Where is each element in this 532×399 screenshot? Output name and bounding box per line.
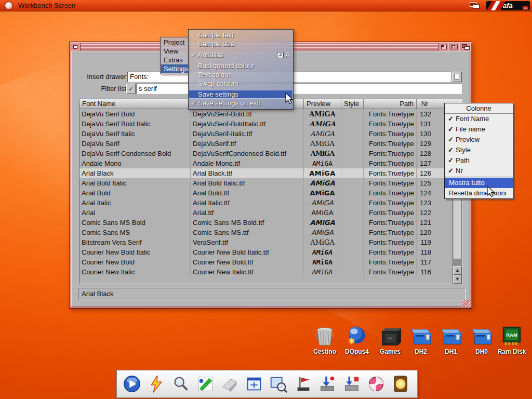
font-name-cell: DejaVu Serif Condensed Bold (79, 149, 191, 158)
table-row-courier-new-bold[interactable]: Courier New BoldCourier New Bold.ttfAMiG… (79, 257, 454, 267)
columns-menu-item-path[interactable]: ✓Path (445, 155, 513, 166)
table-row-arial-italic[interactable]: Arial ItalicArial Italic.ttfAMiGAFonts:T… (79, 198, 454, 208)
table-row-dejavu-serif-condensed-bold[interactable]: DejaVu Serif Condensed BoldDejaVuSerifCo… (79, 149, 454, 158)
menu-item-antialias[interactable]: ✓AntialiasAA (189, 50, 293, 59)
table-row-dejavu-serif-bold-italic[interactable]: DejaVu Serif Bold ItalicDejaVuSerif-Bold… (79, 119, 454, 129)
dock-icon-flash[interactable] (145, 373, 167, 395)
dock-icon-zoom[interactable] (268, 373, 289, 395)
screen-depth-gadget[interactable] (469, 2, 482, 10)
scroll-down-button[interactable]: ▼ (453, 275, 462, 284)
table-row-arial-black[interactable]: Arial BlackArial Black.ttfAMiGAFonts:Tru… (79, 168, 454, 178)
desktop-icon-dh2[interactable]: DH2 (404, 324, 437, 355)
desktop-icon-ram-disk[interactable]: RAMRam Disk (495, 324, 528, 355)
filter-check-gadget[interactable]: ✓ (126, 84, 136, 94)
table-row-andale-mono[interactable]: Andale MonoAndale Mono.ttfAMiGAFonts:Tru… (79, 158, 454, 168)
dock-icon-paint[interactable] (194, 373, 216, 395)
column-header-nr[interactable]: Nr (417, 99, 433, 109)
filter-list-field[interactable]: s serif (136, 84, 462, 94)
path-cell: Fonts:Truetype (364, 198, 417, 208)
columns-menu-item-nr[interactable]: ✓Nr (445, 166, 513, 176)
style-cell (341, 218, 364, 228)
file-name-cell: Arial Bold.ttf (191, 188, 304, 198)
table-row-arial-bold[interactable]: Arial BoldArial Bold.ttfAMiGAFonts:Truet… (79, 188, 454, 198)
table-row-courier-new-italic[interactable]: Courier New ItalicCourier New Italic.ttf… (79, 267, 454, 277)
window-close-gadget[interactable] (71, 43, 81, 51)
table-row-arial-bold-italic[interactable]: Arial Bold ItalicArial Bold Italic.ttfAM… (79, 178, 454, 188)
menu-title-view[interactable]: View (161, 47, 189, 56)
column-header-path[interactable]: Path (364, 99, 417, 109)
scroll-up-button[interactable]: ▲ (453, 266, 462, 275)
columns-menu-item-resetta-dimensioni[interactable]: Resetta dimensioni (445, 188, 513, 198)
preview-cell: AMiGA (304, 208, 341, 218)
path-cell: Fonts:Truetype (364, 267, 417, 277)
dock-icon-window[interactable] (243, 373, 265, 395)
columns-menu-item-preview[interactable]: ✓Preview (445, 135, 513, 145)
preview-cell: AMiGA (304, 267, 341, 277)
column-header-font-name[interactable]: Font Name (79, 99, 191, 109)
column-header-preview[interactable]: Preview (304, 99, 341, 109)
desktop-icon-games[interactable]: Games (374, 324, 407, 355)
table-row-dejavu-serif-italic[interactable]: DejaVu Serif ItalicDejaVuSerif-Italic.tt… (79, 129, 454, 139)
window-zoom-gadget[interactable] (449, 43, 460, 51)
desktop-icon-label: Games (374, 348, 407, 355)
drawer-browse-button[interactable] (452, 72, 462, 82)
table-row-dejavu-serif-bold[interactable]: DejaVu Serif BoldDejaVuSerif-Bold.ttfAMi… (79, 109, 454, 119)
nr-cell: 123 (417, 198, 433, 208)
menu-item-sample-size[interactable]: Sample size (189, 39, 293, 48)
nr-cell: 117 (417, 257, 433, 267)
afa-logo-text: afa (503, 2, 513, 9)
menu-item-save-settings[interactable]: Save settings (189, 90, 293, 99)
menu-group: ✓AntialiasAA (189, 50, 293, 59)
dock-icon-flag[interactable] (292, 373, 314, 395)
dock-icon-wheel[interactable] (365, 373, 387, 395)
table-row-dejavu-serif[interactable]: DejaVu SerifDejaVuSerif.ttfAMiGAFonts:Tr… (79, 139, 454, 149)
desktop-icon-dopus4[interactable]: DOpus4 (340, 324, 374, 355)
menu-item-save-settings-on-exit[interactable]: ✓Save settings on exit (189, 99, 293, 108)
table-row-comic-sans-ms[interactable]: Comic Sans MSComic Sans MS.ttfAMiGAFonts… (79, 228, 454, 237)
desktop-icon-label: DH0 (465, 348, 498, 355)
desktop-icon-dh1[interactable]: DH1 (434, 324, 468, 355)
table-row-courier-new-bold-italic[interactable]: Courier New Bold ItalicCourier New Bold … (79, 247, 454, 257)
menu-title-settings[interactable]: Settings (161, 64, 189, 73)
table-row-bitstream-vera-serif[interactable]: Bitstream Vera SerifVeraSerif.ttfAMiGAFo… (79, 237, 454, 247)
disk-icon (404, 324, 437, 347)
column-header-style[interactable]: Style (341, 99, 364, 109)
trash-icon (308, 324, 341, 347)
columns-menu-items: ✓Font Name✓File name✓Preview✓Style✓Path✓… (445, 114, 513, 176)
menu-title-project[interactable]: Project (161, 38, 189, 47)
columns-menu-item-font-name[interactable]: ✓Font Name (445, 114, 513, 124)
screen-gadget[interactable] (5, 2, 13, 10)
table-row-arial[interactable]: ArialArial.ttfAMiGAFonts:Truetype122 (79, 208, 454, 218)
columns-menu-item-style[interactable]: ✓Style (445, 145, 513, 155)
table-row-comic-sans-ms-bold[interactable]: Comic Sans MS BoldComic Sans MS Bold.ttf… (79, 218, 454, 228)
nr-cell: 118 (417, 247, 433, 257)
window-iconify-gadget[interactable] (438, 43, 449, 51)
dock-icon-install[interactable] (341, 373, 363, 395)
menu-item-sample-text[interactable]: Sample text (189, 31, 293, 39)
sphere-icon (340, 324, 374, 347)
menu-item-text-colour[interactable]: Text colour (189, 70, 293, 79)
preview-cell: AMiGA (304, 247, 341, 257)
file-name-cell: DejaVuSerifCondensed-Bold.ttf (191, 149, 304, 158)
columns-menu-item-mostra-tutto[interactable]: Mostra tutto (445, 178, 513, 188)
menu-title-extras[interactable]: Extras (161, 56, 189, 64)
dock-icon-lamp[interactable] (390, 373, 411, 395)
desktop-icon-dh0[interactable]: DH0 (465, 324, 498, 355)
menu-item-swap-colours[interactable]: Swap colours (189, 79, 293, 88)
window-resize-gadget[interactable] (462, 300, 471, 308)
dock-icon-player[interactable] (121, 373, 143, 395)
preview-cell: AMiGA (304, 198, 341, 208)
window-depth-gadget[interactable] (460, 43, 471, 51)
columns-menu-item-file-name[interactable]: ✓File name (445, 124, 513, 135)
menu-item-background-colour[interactable]: Background colour (189, 61, 293, 70)
preview-cell: AMiGA (304, 109, 341, 119)
columns-menu-item-label: Style (456, 145, 471, 155)
desktop-icon-cestino[interactable]: Cestino (308, 324, 341, 355)
nr-cell: 131 (417, 119, 433, 129)
file-name-cell: Arial.ttf (191, 208, 304, 218)
path-cell: Fonts:Truetype (364, 188, 417, 198)
dock-icon-eraser[interactable] (219, 373, 241, 395)
dock-icon-download[interactable] (316, 373, 338, 395)
dock (116, 370, 418, 398)
dock-icon-search[interactable] (170, 373, 192, 395)
